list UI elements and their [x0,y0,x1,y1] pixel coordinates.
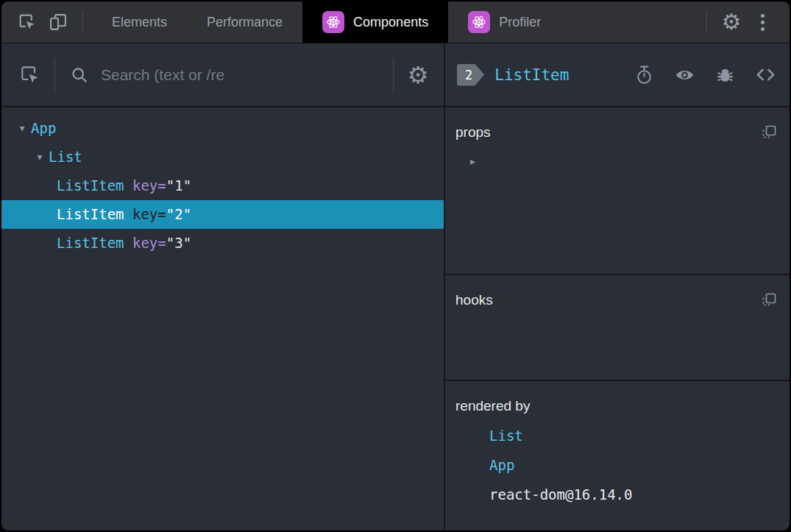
copy-hooks-icon[interactable] [760,291,778,309]
props-header: props [455,118,778,147]
header-actions [634,64,776,85]
tab-label: Elements [112,15,167,30]
tabbar-separator [706,11,707,33]
tree-row-listitem-2-selected[interactable]: ListItem key="2" [1,200,444,229]
inspect-dom-eye-icon[interactable] [674,64,695,85]
hook-row-handledelete: Callback(handleDelete): ƒ () {} [455,315,778,341]
tree-toolbar: ⚙ [1,43,444,107]
tree-settings-gear-icon[interactable]: ⚙ [401,63,435,87]
owner-link[interactable]: List [489,428,523,444]
key-attr-name: key [132,229,157,258]
gear-glyph: ⚙ [408,63,429,87]
tabbar-separator [82,11,83,33]
key-attr-name: key [132,171,157,200]
key-attr-value: "1" [166,171,191,200]
component-name: ListItem [57,200,124,229]
rendered-by-app-link[interactable]: App [455,450,778,480]
key-attr-eq: = [157,171,166,200]
key-attr-eq: = [157,229,166,258]
tree-row-app[interactable]: ▾ App [1,114,444,143]
search-wrap [96,66,386,84]
components-panels: ⚙ ▾ App ▾ List ListItem key="1" ListItem… [1,43,790,531]
owner-link[interactable]: App [489,457,514,473]
copy-props-icon[interactable] [760,124,778,141]
tree-row-listitem-1[interactable]: ListItem key="1" [1,171,444,200]
hooks-title: hooks [455,292,493,308]
tab-label: Profiler [499,15,541,30]
gear-glyph: ⚙ [722,11,742,33]
toolbar-separator [54,58,55,92]
hooks-section: hooks Callback(handleDelete): ƒ () {} Ca… [445,275,790,381]
component-name: App [31,114,56,143]
three-dot-menu-icon[interactable] [747,7,778,37]
devtools-window: Elements Performance Components [0,0,791,532]
hooks-header: hooks [455,285,778,315]
rendered-by-reactdom: react-dom@16.14.0 [455,480,778,509]
key-attr-eq: = [157,200,166,229]
component-name: List [49,143,82,171]
rendered-by-section: rendered by List App react-dom@16.14.0 [445,381,790,531]
inspected-component-panel: 2 ListItem [445,43,790,531]
toolbar-separator [393,58,394,92]
suspense-stopwatch-icon[interactable] [634,65,654,85]
key-attr-value: "3" [166,229,191,258]
component-tree-panel: ⚙ ▾ App ▾ List ListItem key="1" ListItem… [1,43,445,531]
tab-performance[interactable]: Performance [187,1,302,43]
component-tree: ▾ App ▾ List ListItem key="1" ListItem k… [1,107,444,531]
inspected-header: 2 ListItem [445,43,790,107]
tab-label: Performance [207,15,283,30]
prop-row-item[interactable]: ▸item: {id: 2, isComplete: t… [455,147,778,176]
search-input[interactable] [96,66,386,84]
view-source-code-icon[interactable] [755,64,776,85]
hook-row-handletoggle: Callback(handleToggle): ƒ () {} [455,341,778,368]
tab-elements[interactable]: Elements [92,1,187,43]
expand-arrow-icon[interactable]: ▾ [13,114,31,143]
react-logo-icon [468,11,490,33]
gear-icon[interactable]: ⚙ [716,7,747,37]
inspect-element-icon[interactable] [12,7,43,37]
prop-row-new-entry[interactable]: new entry: "" [455,233,778,262]
props-section: props ▸item: {id: 2, isComplete: t… remo… [445,107,790,275]
component-name: ListItem [57,171,124,200]
rendered-by-header: rendered by [455,391,778,421]
expand-arrow-icon[interactable]: ▾ [31,143,49,171]
tree-row-listitem-3[interactable]: ListItem key="3" [1,229,444,258]
dots-glyph [761,14,765,31]
tab-label: Components [353,15,428,30]
collapsed-arrow-icon[interactable]: ▸ [470,147,475,176]
log-to-console-bug-icon[interactable] [715,65,735,85]
key-attr-value: "2" [166,200,191,229]
prop-row-toggleitem[interactable]: toggleItem: ƒ () {} [455,205,778,233]
tree-row-list[interactable]: ▾ List [1,143,444,171]
tab-profiler[interactable]: Profiler [448,1,561,43]
device-toolbar-icon[interactable] [43,7,74,37]
inspected-component-name: ListItem [494,66,569,84]
rendered-by-list-link[interactable]: List [455,421,778,450]
prop-row-removeitem[interactable]: removeItem: ƒ () {} [455,176,778,205]
key-attr-name: key [132,200,157,229]
react-logo-icon [322,11,344,33]
search-icon [63,65,96,85]
component-name: ListItem [57,229,124,258]
renderer-version: react-dom@16.14.0 [489,486,632,503]
devtools-tabbar: Elements Performance Components [1,1,790,43]
key-badge: 2 [457,64,484,86]
tab-components[interactable]: Components [302,1,448,43]
select-element-icon[interactable] [13,63,47,87]
props-title: props [455,124,491,141]
rendered-by-title: rendered by [455,398,530,414]
